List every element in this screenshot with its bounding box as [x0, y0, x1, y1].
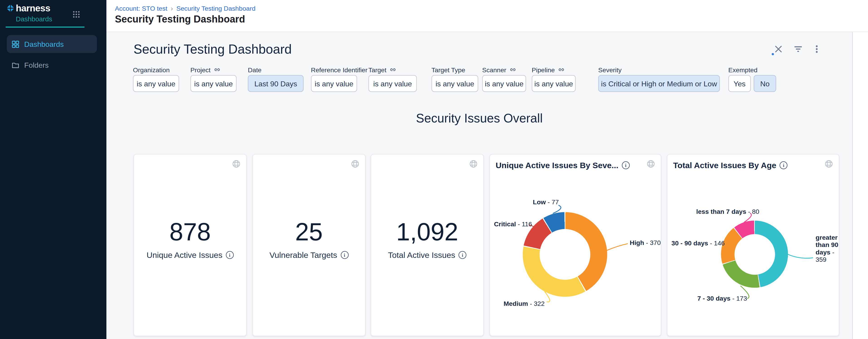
slice-label-greater-than-90-days: greater than 90 days - 359 [815, 234, 839, 263]
filter-label: Exempted [728, 66, 779, 73]
chart-title-row: Total Active Issues By Age [673, 161, 788, 170]
info-icon[interactable] [341, 251, 348, 259]
filter-reference-identifier: Reference Identifier is any value [311, 66, 357, 73]
stat-value: 878 [134, 218, 246, 246]
breadcrumb-separator: › [171, 4, 173, 12]
filter-date-value[interactable]: Last 90 Days [248, 75, 304, 92]
globe-icon [469, 160, 477, 168]
globe-icon [647, 160, 655, 168]
kebab-menu-icon[interactable] [812, 44, 821, 53]
filter-label: Pipeline [532, 66, 576, 73]
filter-target: Target is any value [368, 66, 417, 73]
age-donut-chart[interactable] [721, 221, 788, 288]
stat-value: 25 [253, 218, 365, 246]
slice-label-less-than-7-days: less than 7 days - 80 [696, 208, 759, 215]
chart-title-row: Unique Active Issues By Seve... [496, 161, 630, 170]
chart-card-issues-by-age: Total Active Issues By Age less than 7 d… [667, 154, 839, 336]
filter-label: Scanner [482, 66, 526, 73]
slice-label-30-90-days: 30 - 90 days - 146 [672, 240, 725, 247]
stat-value: 1,092 [371, 218, 483, 246]
stat-card-total-active-issues: 1,092 Total Active Issues [371, 154, 484, 336]
filter-severity-value[interactable]: is Critical or High or Medium or Low [598, 75, 720, 92]
filter-label: Organization [133, 66, 179, 73]
cursor-dot [771, 53, 774, 55]
slice-label-low: Low - 77 [533, 199, 559, 205]
filter-scanner: Scanner is any value [482, 66, 526, 73]
sidebar-item-dashboards[interactable]: Dashboards [7, 35, 97, 53]
filter-exempted-yes[interactable]: Yes [728, 75, 751, 92]
brand-wordmark[interactable]: harness [16, 3, 50, 13]
stat-card-vulnerable-targets: 25 Vulnerable Targets [252, 154, 366, 336]
filter-project: Project is any value [190, 66, 237, 73]
app-window: harness Dashboards Dashboards [0, 0, 868, 339]
chart-title: Unique Active Issues By Seve... [496, 161, 618, 170]
filter-exempted: Exempted Yes No [728, 66, 779, 73]
slice-label-7-30-days: 7 - 30 days - 173 [698, 295, 747, 302]
link-icon [510, 66, 516, 73]
close-icon[interactable] [774, 44, 783, 53]
filter-organization-value[interactable]: is any value [133, 75, 179, 92]
link-icon [558, 66, 564, 73]
folder-icon [12, 61, 19, 68]
stat-label: Vulnerable Targets [253, 250, 365, 259]
filter-project-value[interactable]: is any value [190, 75, 237, 92]
breadcrumb: Account: STO test › Security Testing Das… [115, 4, 255, 12]
filter-organization: Organization is any value [133, 66, 179, 73]
filter-label: Date [248, 66, 304, 73]
slice-label-high: High - 370 [630, 239, 661, 246]
filter-target-value[interactable]: is any value [368, 75, 417, 92]
filter-label: Target Type [432, 66, 478, 73]
donut-hole [539, 229, 590, 280]
filter-label: Project [190, 66, 237, 73]
filter-scanner-value[interactable]: is any value [482, 75, 526, 92]
info-icon[interactable] [226, 251, 234, 259]
link-icon [390, 66, 396, 73]
slice-label-critical: Critical - 116 [494, 221, 532, 227]
info-icon[interactable] [622, 161, 630, 169]
globe-icon [825, 160, 833, 168]
dashboards-icon [12, 40, 19, 48]
breadcrumb-account-link[interactable]: Account: STO test [115, 5, 167, 12]
filter-reference-identifier-value[interactable]: is any value [311, 75, 357, 92]
filter-target-type-value[interactable]: is any value [432, 75, 478, 92]
sidebar-item-label: Folders [24, 61, 49, 69]
stat-card-unique-active-issues: 878 Unique Active Issues [133, 154, 247, 336]
top-header: Account: STO test › Security Testing Das… [106, 0, 868, 32]
filter-date: Date Last 90 Days [248, 66, 304, 73]
module-underline [6, 26, 85, 28]
sidebar-item-folders[interactable]: Folders [7, 56, 97, 74]
chart-title: Total Active Issues By Age [673, 161, 776, 170]
page-title: Security Testing Dashboard [115, 13, 245, 25]
module-name: Dashboards [16, 15, 53, 23]
sidebar-item-label: Dashboards [24, 40, 64, 48]
donut-hole [734, 234, 775, 275]
sidebar: harness Dashboards Dashboards [0, 0, 106, 339]
globe-icon [232, 160, 241, 168]
info-icon[interactable] [459, 251, 466, 259]
stat-label: Total Active Issues [371, 250, 483, 259]
harness-logo-icon[interactable] [6, 4, 14, 12]
filter-pipeline: Pipeline is any value [532, 66, 576, 73]
link-icon [214, 66, 220, 73]
filter-icon[interactable] [794, 44, 803, 53]
scrollbar-gutter[interactable] [852, 32, 868, 339]
globe-icon [351, 160, 359, 168]
slice-label-medium: Medium - 322 [504, 300, 545, 307]
filter-label: Target [368, 66, 417, 73]
breadcrumb-dashboard-link[interactable]: Security Testing Dashboard [176, 5, 255, 12]
dashboard-content: Security Testing Dashboard Organization … [106, 32, 852, 339]
filter-label: Severity [598, 66, 720, 73]
filter-severity: Severity is Critical or High or Medium o… [598, 66, 720, 73]
module-grid-icon[interactable] [72, 11, 80, 18]
chart-card-issues-by-severity: Unique Active Issues By Seve... Low - 77… [490, 154, 661, 336]
dashboard-panel-title: Security Testing Dashboard [133, 42, 291, 57]
stat-label: Unique Active Issues [134, 250, 246, 259]
section-heading: Security Issues Overall [106, 111, 852, 126]
filter-target-type: Target Type is any value [432, 66, 478, 73]
filter-label: Reference Identifier [311, 66, 357, 73]
severity-donut-chart[interactable] [523, 212, 607, 296]
filter-exempted-no[interactable]: No [754, 75, 776, 92]
filter-pipeline-value[interactable]: is any value [532, 75, 576, 92]
info-icon[interactable] [780, 161, 788, 169]
